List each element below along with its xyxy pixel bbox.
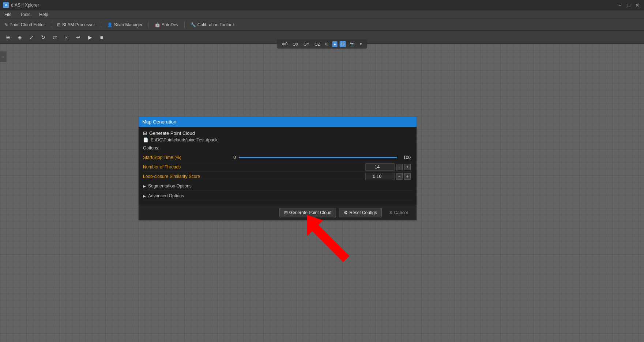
option-start-stop-time: Start/Stop Time (%) 0 100 [143, 153, 412, 162]
flip-tool-button[interactable]: ⇄ [50, 32, 60, 42]
reset-icon: ⚙ [344, 210, 348, 215]
nav-calibration-toolbox[interactable]: 🔧 Calibration Toolbox [189, 22, 236, 28]
loop-closure-decrement-button[interactable]: − [396, 173, 403, 180]
view-grid-button[interactable]: ⊞ [324, 41, 330, 47]
option-number-of-threads: Number of Threads − + [143, 162, 412, 172]
reset-configs-button[interactable]: ⚙ Reset Configs [339, 208, 381, 217]
nav-point-cloud-editor[interactable]: ✎ Point Cloud Editor [3, 22, 46, 28]
autodev-icon: 🤖 [155, 22, 160, 27]
navbar: ✎ Point Cloud Editor ⊞ SLAM Processor 👤 … [0, 19, 644, 31]
file-path: E:\DC\Pointclouds\pixelTest.dpack [151, 137, 218, 142]
range-slider[interactable] [239, 157, 397, 158]
generate-point-cloud-button[interactable]: ⊞ Generate Point Cloud [279, 208, 336, 217]
scan-icon: 👤 [107, 22, 113, 27]
nav-scan-manager-label: Scan Manager [114, 22, 143, 27]
view-more-button[interactable]: ▾ [358, 41, 364, 47]
dialog-footer: ⊞ Generate Point Cloud ⚙ Reset Configs ✕… [139, 205, 417, 220]
group-tool-button[interactable]: ⊡ [61, 32, 72, 42]
nav-calibration-toolbox-label: Calibration Toolbox [197, 22, 235, 27]
undo-tool-button[interactable]: ↩ [73, 32, 83, 42]
start-stop-time-value: 0 100 [223, 154, 412, 161]
close-button[interactable]: ✕ [634, 1, 641, 9]
nav-sep-2 [101, 22, 101, 28]
titlebar-left: D d.ASH Xplorer [3, 2, 39, 8]
segmentation-options-header[interactable]: ▶ Segmentation Options [143, 181, 412, 191]
view-oy-button[interactable]: OY [302, 41, 311, 47]
range-fill [239, 157, 397, 158]
dialog-title: Map Generation [142, 119, 176, 125]
play-tool-button[interactable]: ▶ [85, 32, 95, 42]
titlebar-controls[interactable]: − □ ✕ [616, 1, 641, 9]
view-oz-button[interactable]: OZ [313, 41, 321, 47]
nav-autodev[interactable]: 🤖 AutoDev [153, 22, 180, 28]
minimize-button[interactable]: − [616, 1, 624, 9]
menubar: File Tools Help [0, 10, 644, 19]
segmentation-arrow-icon: ▶ [143, 184, 146, 188]
nav-sep-4 [184, 22, 185, 28]
range-start-val: 0 [225, 155, 236, 160]
edit-icon: ✎ [4, 22, 8, 27]
view-ortho-button[interactable]: ⊟ [340, 41, 346, 47]
loop-closure-value: − + [223, 172, 412, 181]
view-ox-button[interactable]: OX [291, 41, 300, 47]
nav-links: ✎ Point Cloud Editor ⊞ SLAM Processor 👤 … [3, 22, 236, 28]
dialog-header: ⊞ Generate Point Cloud [143, 130, 412, 136]
dialog-header-label: Generate Point Cloud [149, 130, 195, 136]
stop-tool-button[interactable]: ■ [97, 32, 107, 42]
cancel-button[interactable]: ✕ Cancel [385, 208, 412, 217]
advanced-arrow-icon: ▶ [143, 194, 146, 198]
select-tool-button[interactable]: ◈ [15, 32, 25, 42]
view-0-button[interactable]: ⊕0 [280, 41, 289, 47]
view-perspective-button[interactable]: ● [332, 41, 338, 47]
nav-point-cloud-editor-label: Point Cloud Editor [10, 22, 45, 27]
number-of-threads-label: Number of Threads [143, 163, 223, 171]
nav-slam-processor-label: SLAM Processor [62, 22, 95, 27]
file-icon: 📄 [143, 137, 148, 142]
dialog-titlebar: Map Generation [139, 117, 417, 127]
nav-scan-manager[interactable]: 👤 Scan Manager [106, 22, 144, 28]
menu-tools[interactable]: Tools [19, 11, 32, 18]
reset-configs-label: Reset Configs [349, 210, 377, 215]
loop-closure-increment-button[interactable]: + [404, 173, 411, 180]
nav-sep-1 [51, 22, 51, 28]
menu-help[interactable]: Help [38, 11, 50, 18]
segmentation-options-label: Segmentation Options [148, 183, 192, 189]
number-of-threads-value: − + [223, 163, 412, 171]
loop-closure-label: Loop-closure Similarity Score [143, 172, 223, 180]
map-generation-dialog: Map Generation ⊞ Generate Point Cloud 📄 … [138, 116, 417, 221]
cancel-icon: ✕ [389, 210, 393, 215]
viewbar: ⊕0 OX OY OZ ⊞ ● ⊟ 📷 ▾ [277, 39, 367, 49]
slam-icon: ⊞ [57, 22, 61, 27]
view-camera-button[interactable]: 📷 [348, 41, 356, 47]
menu-file[interactable]: File [3, 11, 13, 18]
options-label: Options: [143, 145, 412, 151]
cancel-label: Cancel [394, 210, 408, 215]
advanced-options-label: Advanced Options [148, 193, 184, 198]
start-stop-time-label: Start/Stop Time (%) [143, 153, 223, 162]
pan-tool-button[interactable]: ⊕ [3, 32, 13, 42]
advanced-options-header[interactable]: ▶ Advanced Options [143, 191, 412, 201]
loop-closure-input[interactable] [365, 173, 395, 180]
app-icon: D [3, 2, 9, 8]
app-title: d.ASH Xplorer [11, 3, 39, 8]
sidebar-toggle[interactable]: › [0, 51, 7, 62]
titlebar: D d.ASH Xplorer − □ ✕ [0, 0, 644, 10]
threads-decrement-button[interactable]: − [396, 164, 403, 170]
move-tool-button[interactable]: ⤢ [26, 32, 37, 42]
rotate-tool-button[interactable]: ↻ [38, 32, 48, 42]
generate-point-cloud-label: Generate Point Cloud [289, 210, 331, 215]
maximize-button[interactable]: □ [625, 1, 632, 9]
calibration-icon: 🔧 [191, 22, 196, 27]
nav-slam-processor[interactable]: ⊞ SLAM Processor [56, 22, 97, 28]
range-end-val: 100 [400, 155, 411, 160]
nav-autodev-label: AutoDev [162, 22, 178, 27]
dialog-file-row: 📄 E:\DC\Pointclouds\pixelTest.dpack [143, 137, 412, 142]
option-loop-closure: Loop-closure Similarity Score − + [143, 172, 412, 181]
threads-input[interactable] [365, 163, 395, 171]
nav-sep-3 [148, 22, 149, 28]
dialog-body: ⊞ Generate Point Cloud 📄 E:\DC\Pointclou… [139, 127, 417, 205]
generate-icon: ⊞ [284, 210, 288, 215]
threads-increment-button[interactable]: + [404, 164, 411, 170]
range-container: 0 100 [225, 155, 411, 160]
dialog-header-icon: ⊞ [143, 130, 147, 136]
